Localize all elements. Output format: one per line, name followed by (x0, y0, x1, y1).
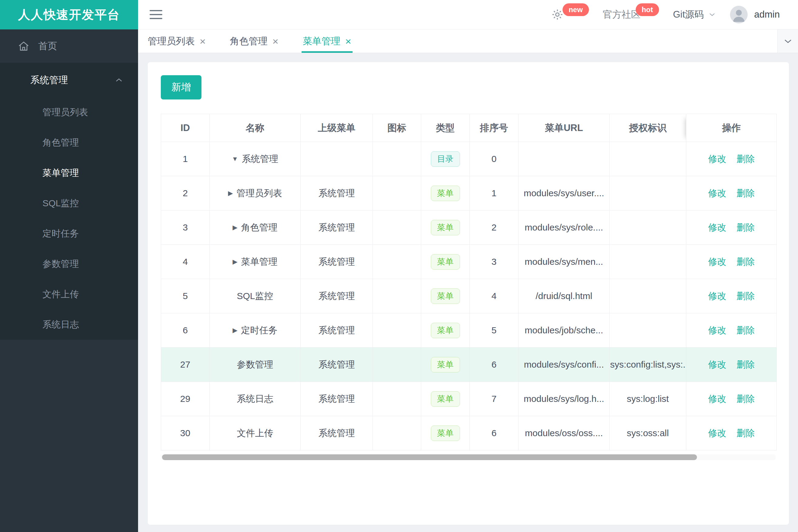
new-badge: new (562, 3, 589, 16)
cell-order: 7 (470, 382, 519, 416)
edit-link[interactable]: 修改 (708, 187, 726, 200)
sidebar-item[interactable]: 参数管理 (0, 249, 138, 279)
hamburger-menu-button[interactable] (150, 10, 162, 19)
edit-link[interactable]: 修改 (708, 153, 726, 165)
sidebar-group-header[interactable]: 系统管理 (0, 63, 138, 97)
cell-id: 27 (161, 347, 210, 382)
tree-toggle-icon[interactable]: ▶ (233, 224, 237, 231)
cell-perms (610, 176, 686, 210)
type-badge: 菜单 (431, 323, 460, 338)
app-logo: 人人快速开发平台 (0, 0, 138, 30)
sidebar-item[interactable]: 定时任务 (0, 218, 138, 249)
cell-name: ▶ 角色管理 (210, 210, 301, 245)
tab-close-icon[interactable]: × (345, 36, 351, 46)
edit-link[interactable]: 修改 (708, 324, 726, 337)
tree-toggle-icon[interactable]: ▶ (228, 190, 233, 197)
delete-link[interactable]: 删除 (737, 187, 755, 200)
delete-link[interactable]: 删除 (737, 359, 755, 371)
cell-menu-url (519, 142, 610, 176)
delete-link[interactable]: 删除 (737, 393, 755, 405)
cell-parent-menu: 系统管理 (301, 382, 373, 416)
cell-id: 30 (161, 416, 210, 451)
type-badge: 菜单 (431, 220, 460, 235)
edit-link[interactable]: 修改 (708, 393, 726, 405)
table-row: 4 ▶ 菜单管理 系统管理 菜单 3 modules/sys/men... 修改… (161, 245, 777, 279)
cell-id: 29 (161, 382, 210, 416)
delete-link[interactable]: 删除 (737, 324, 755, 337)
sidebar-item-label: 参数管理 (42, 258, 79, 270)
tab[interactable]: 菜单管理 × (302, 30, 353, 53)
cell-menu-url: modules/sys/confi... (519, 347, 610, 382)
edit-link[interactable]: 修改 (708, 359, 726, 371)
cell-name: 参数管理 (210, 347, 301, 382)
sidebar-item[interactable]: 角色管理 (0, 127, 138, 158)
tab-close-icon[interactable]: × (273, 36, 279, 46)
cell-parent-menu: 系统管理 (301, 347, 373, 382)
cell-icon (373, 210, 421, 245)
tab-label: 菜单管理 (303, 35, 340, 48)
cell-actions: 修改 删除 (686, 210, 777, 245)
cell-perms (610, 210, 686, 245)
cell-parent-menu: 系统管理 (301, 176, 373, 210)
tree-toggle-icon[interactable]: ▼ (232, 155, 238, 163)
cell-type: 目录 (421, 142, 470, 176)
cell-parent-menu: 系统管理 (301, 210, 373, 245)
add-button[interactable]: 新增 (161, 75, 202, 99)
cell-parent-menu: 系统管理 (301, 279, 373, 313)
delete-link[interactable]: 删除 (737, 290, 755, 302)
tree-toggle-icon[interactable]: ▶ (233, 327, 237, 334)
community-link[interactable]: 官方社区 hot (603, 8, 659, 21)
sidebar-item[interactable]: 菜单管理 (0, 158, 138, 188)
header-actions: new 官方社区 hot Git源码 (551, 6, 780, 23)
menu-name: 菜单管理 (241, 256, 278, 268)
cell-type: 菜单 (421, 210, 470, 245)
cell-parent-menu (301, 142, 373, 176)
table-row: 3 ▶ 角色管理 系统管理 菜单 2 modules/sys/role.... … (161, 210, 777, 245)
column-header: 菜单URL (519, 114, 610, 142)
type-badge: 菜单 (431, 186, 460, 201)
cell-icon (373, 245, 421, 279)
tab[interactable]: 管理员列表 × (147, 30, 207, 53)
delete-link[interactable]: 删除 (737, 153, 755, 165)
delete-link[interactable]: 删除 (737, 222, 755, 234)
column-header: 名称 (210, 114, 301, 142)
tab[interactable]: 角色管理 × (229, 30, 280, 53)
type-badge: 菜单 (431, 425, 460, 441)
menu-name: 文件上传 (237, 427, 273, 439)
tab-bar: 管理员列表 × 角色管理 × 菜单管理 × (138, 30, 798, 53)
cell-menu-url: modules/job/sche... (519, 313, 610, 347)
sidebar-item[interactable]: 管理员列表 (0, 97, 138, 127)
tab-close-icon[interactable]: × (200, 36, 206, 46)
sidebar-item[interactable]: SQL监控 (0, 188, 138, 218)
horizontal-scrollbar-track[interactable] (161, 454, 776, 460)
horizontal-scrollbar-thumb[interactable] (162, 454, 697, 460)
cell-perms: sys:oss:all (610, 416, 686, 451)
cell-name: 文件上传 (210, 416, 301, 451)
column-header: 类型 (421, 114, 470, 142)
home-icon (18, 40, 30, 52)
cell-name: 系统日志 (210, 382, 301, 416)
sidebar-item-home[interactable]: 首页 (0, 30, 138, 63)
settings-button[interactable]: new (551, 8, 589, 21)
edit-link[interactable]: 修改 (708, 290, 726, 302)
edit-link[interactable]: 修改 (708, 427, 726, 439)
cell-type: 菜单 (421, 313, 470, 347)
edit-link[interactable]: 修改 (708, 222, 726, 234)
tree-toggle-icon[interactable]: ▶ (233, 258, 237, 265)
cell-order: 2 (470, 210, 519, 245)
sidebar-item[interactable]: 文件上传 (0, 279, 138, 309)
sidebar-item[interactable]: 系统日志 (0, 309, 138, 340)
delete-link[interactable]: 删除 (737, 256, 755, 268)
sidebar-item-label: 文件上传 (42, 288, 79, 301)
user-menu[interactable]: admin (730, 6, 780, 23)
table-row: 29 系统日志 系统管理 菜单 7 modules/sys/log.h... s… (161, 382, 777, 416)
git-source-dropdown[interactable]: Git源码 (673, 8, 716, 21)
menu-table: ID名称上级菜单图标类型排序号菜单URL授权标识操作 1 ▼ 系统管理 目录 0… (161, 114, 777, 451)
delete-link[interactable]: 删除 (737, 427, 755, 439)
chevron-down-icon (708, 11, 716, 19)
cell-order: 6 (470, 416, 519, 451)
table-header-row: ID名称上级菜单图标类型排序号菜单URL授权标识操作 (161, 114, 777, 142)
cell-actions: 修改 删除 (686, 176, 777, 210)
edit-link[interactable]: 修改 (708, 256, 726, 268)
tabs-collapse-button[interactable] (777, 30, 798, 53)
